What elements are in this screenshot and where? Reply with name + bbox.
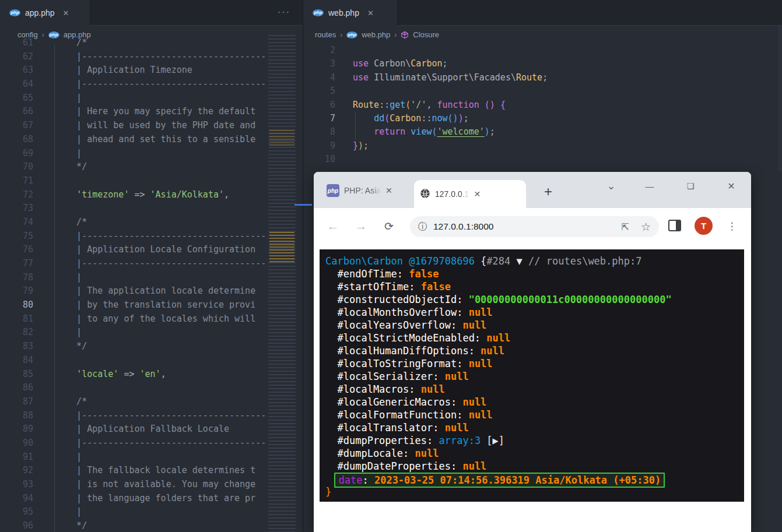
share-icon[interactable]: ⇱ xyxy=(622,221,629,232)
code-text: }); xyxy=(335,139,369,153)
collapse-toggle-icon[interactable]: ▼ xyxy=(510,255,528,267)
dump-property-row: #localGenericMacros: null xyxy=(325,396,744,408)
dump-property-value: false xyxy=(421,281,451,293)
back-button[interactable]: ← xyxy=(323,216,343,236)
expand-toggle-icon[interactable]: ▶ xyxy=(493,435,499,446)
code-text: 'locale' => 'en', xyxy=(33,368,166,382)
line-number: 65 xyxy=(0,91,33,105)
line-number: 9 xyxy=(303,139,335,153)
dump-property-name: #localYearsOverflow: xyxy=(325,319,462,331)
dump-date-label: date xyxy=(338,474,362,486)
more-actions-icon[interactable]: ··· xyxy=(278,7,290,17)
scrollbar[interactable] xyxy=(296,26,303,532)
close-icon[interactable]: ✕ xyxy=(63,9,69,17)
minimap[interactable] xyxy=(268,35,296,532)
code-line: 95 | xyxy=(0,505,267,519)
code-line: 3use Carbon\Carbon; xyxy=(303,57,782,71)
code-line: 65 | xyxy=(0,91,267,105)
dump-property-row: #localSerializer: null xyxy=(325,370,744,383)
browser-tab-localhost[interactable]: 127.0.0.1 ✕ xyxy=(414,180,526,208)
maximize-button[interactable]: ❑ xyxy=(679,175,702,196)
close-icon[interactable]: ✕ xyxy=(474,189,481,199)
line-number: 80 xyxy=(0,298,33,312)
php-badge-icon: php xyxy=(327,184,339,197)
dump-header-token: { xyxy=(475,255,486,267)
dump-property-row: #localTranslator: null xyxy=(325,421,744,434)
dump-property-name: #localStrictModeEnabled: xyxy=(325,332,486,344)
code-text: | xyxy=(33,91,82,105)
code-line: 91 | xyxy=(0,450,267,464)
var-dump-panel: Carbon\Carbon @1679708696 {#284 ▼ // rou… xyxy=(320,249,744,502)
dump-property-row: #localStrictModeEnabled: null xyxy=(325,332,744,344)
code-line: 86 xyxy=(0,381,267,395)
code-text: | Application Timezone xyxy=(33,64,192,77)
tab-web-php[interactable]: php web.php ✕ xyxy=(303,0,398,26)
breadcrumb-item[interactable]: Closure xyxy=(413,30,439,39)
dump-date-value: 2023-03-25 07:14:56.396319 Asia/Kolkata … xyxy=(374,474,661,486)
browser-tab-php-docs[interactable]: php PHP: Asia ✕ xyxy=(321,178,414,203)
close-icon[interactable]: ✕ xyxy=(367,9,374,17)
line-number: 71 xyxy=(0,174,33,188)
dump-property-name: #localMacros: xyxy=(325,383,421,395)
code-text: | The fallback locale determines t xyxy=(33,464,255,478)
line-number: 66 xyxy=(0,105,33,119)
code-text xyxy=(33,174,55,188)
code-line: 70 */ xyxy=(0,160,267,174)
line-number: 78 xyxy=(0,271,33,285)
line-number: 5 xyxy=(303,84,335,98)
code-text: | the language folders that are pr xyxy=(33,492,255,506)
dump-property-name: #localFormatFunction: xyxy=(325,409,469,421)
site-info-icon[interactable]: ⓘ xyxy=(418,221,427,233)
breadcrumb-item[interactable]: web.php xyxy=(362,30,390,39)
globe-icon xyxy=(420,188,430,200)
line-number: 3 xyxy=(303,57,335,71)
code-text: |---------------------------------------… xyxy=(33,436,267,450)
tab-app-php[interactable]: php app.php ✕ xyxy=(0,0,90,26)
line-number: 92 xyxy=(0,464,33,478)
dump-property-name: #localHumanDiffOptions: xyxy=(325,345,481,357)
forward-button[interactable]: → xyxy=(351,216,371,236)
address-bar[interactable]: ⓘ 127.0.0.1:8000 ⇱ ☆ xyxy=(410,216,659,237)
browser-tab-title: PHP: Asia xyxy=(344,186,381,195)
close-icon[interactable]: ✕ xyxy=(385,186,392,195)
tab-search-chevron-icon[interactable]: ⌄ xyxy=(599,175,623,196)
side-panel-icon[interactable] xyxy=(668,220,681,231)
code-line: 81 | to any of the locales which will xyxy=(0,312,267,326)
code-line: 87 /* xyxy=(0,395,267,409)
new-tab-button[interactable]: + xyxy=(538,181,559,202)
dump-property-row: #endOfTime: false xyxy=(325,267,744,280)
dump-property-value: null xyxy=(421,383,445,395)
code-text: */ xyxy=(33,519,87,532)
profile-avatar[interactable]: T xyxy=(695,217,713,235)
dump-property-value: null xyxy=(486,332,510,344)
code-line: 94 | the language folders that are pr xyxy=(0,492,267,506)
dump-property-value: null xyxy=(415,448,439,459)
dump-property-value: null xyxy=(462,396,486,408)
dump-property-value: null xyxy=(469,306,493,318)
code-line: 82 | xyxy=(0,326,267,340)
breadcrumb-item[interactable]: routes xyxy=(315,30,336,39)
line-number: 94 xyxy=(0,492,33,506)
dump-header: Carbon\Carbon @1679708696 {#284 ▼ // rou… xyxy=(325,255,744,267)
scroll-position-indicator xyxy=(294,204,312,206)
code-line: 76 | Application Locale Configuration xyxy=(0,243,267,257)
reload-button[interactable]: ⟳ xyxy=(379,216,399,236)
code-text xyxy=(33,354,55,368)
menu-kebab-icon[interactable]: ⋮ xyxy=(723,216,741,236)
code-line: 74 /* xyxy=(0,216,267,230)
dump-property-value: null xyxy=(481,345,504,357)
code-line: 5 xyxy=(303,84,782,98)
dump-property-name: #constructedObjectId: xyxy=(325,294,469,305)
window-close-button[interactable]: ✕ xyxy=(720,175,743,196)
code-text: /* xyxy=(33,216,87,230)
dump-property-row: #dumpProperties: array:3 [▶] xyxy=(325,434,744,447)
left-code-area: 61 /*62 |-------------------------------… xyxy=(0,36,267,532)
minimize-button[interactable]: — xyxy=(638,175,661,196)
bookmark-star-icon[interactable]: ☆ xyxy=(641,220,651,234)
scrollbar[interactable] xyxy=(778,26,782,171)
code-line: 73 xyxy=(0,202,267,216)
chevron-right-icon: › xyxy=(394,31,397,39)
dump-closing-brace-char: } xyxy=(325,486,331,498)
dump-property-row: #dumpLocale: null xyxy=(325,447,744,460)
dump-property-row: #localMacros: null xyxy=(325,383,744,396)
